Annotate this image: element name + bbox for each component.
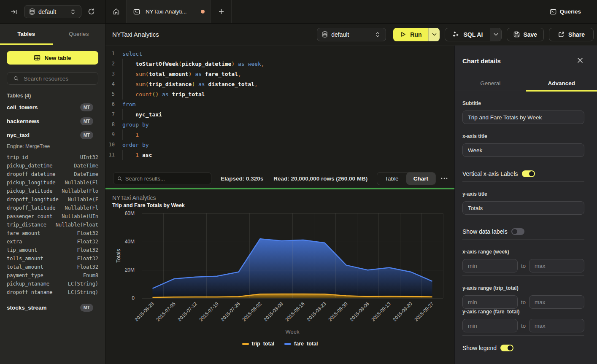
chart-legend: trip_totalfare_total bbox=[105, 341, 454, 347]
editor-line: 8group by bbox=[105, 119, 454, 129]
input-subtitle[interactable] bbox=[468, 114, 579, 121]
view-toggle-chart[interactable]: Chart bbox=[406, 173, 435, 185]
table-item-stocks_stream[interactable]: stocks_streamMT bbox=[7, 301, 98, 315]
column-row[interactable]: dropoff_latitudeNullable(Fl bbox=[7, 204, 98, 212]
panel-tab-general[interactable]: General bbox=[455, 76, 526, 91]
topbar-database-select[interactable]: default bbox=[24, 5, 81, 18]
legend-item-trip_total[interactable]: trip_total bbox=[242, 341, 274, 347]
column-row[interactable]: pickup_latitudeNullable(Flo bbox=[7, 187, 98, 195]
editor-code: toStartOfWeek(pickup_datetime) as week, bbox=[122, 61, 265, 67]
tab-label: NYTaxi Analyti... bbox=[146, 8, 187, 15]
input-x-axis-title[interactable] bbox=[468, 147, 579, 154]
engine-badge: MT bbox=[80, 117, 93, 126]
sidebar-tab-queries[interactable]: Queries bbox=[53, 24, 105, 44]
run-button[interactable]: Run bbox=[393, 28, 428, 41]
column-row[interactable]: dropoff_longitudeNullable(F bbox=[7, 195, 98, 204]
x-tick-label: 2015-07-19 bbox=[198, 301, 219, 322]
editor-code: count() as trip_total bbox=[122, 91, 205, 97]
toggle-show-data-labels[interactable] bbox=[511, 228, 524, 235]
toggle-vertical-x-axis-labels[interactable] bbox=[522, 170, 535, 177]
table-item-cell_towers[interactable]: cell_towersMT bbox=[7, 100, 98, 114]
column-type: Float32 bbox=[73, 239, 98, 245]
column-row[interactable]: fare_amountFloat32 bbox=[7, 229, 98, 237]
x-tick-label: 2015-08-09 bbox=[263, 301, 284, 322]
sql-token-id: distance_total bbox=[208, 81, 255, 87]
input-y-axis-range-trip-total-max[interactable] bbox=[535, 299, 579, 305]
legend-item-fare_total[interactable]: fare_total bbox=[284, 341, 318, 347]
column-type: LC(String) bbox=[65, 281, 98, 287]
editor-code: 1 asc bbox=[122, 152, 152, 158]
line-number: 5 bbox=[105, 91, 115, 97]
input-y-axis-range-fare-total-min[interactable] bbox=[468, 323, 512, 329]
more-options-button[interactable] bbox=[441, 178, 448, 179]
column-row[interactable]: total_amountFloat32 bbox=[7, 263, 98, 271]
sql-token-pl bbox=[205, 81, 208, 87]
refresh-button[interactable] bbox=[88, 8, 95, 15]
sidebar-search-input[interactable] bbox=[24, 75, 94, 82]
column-row[interactable]: pickup_longitudeNullable(Fl bbox=[7, 178, 98, 187]
column-row[interactable]: tolls_amountFloat32 bbox=[7, 254, 98, 263]
view-toggle-table[interactable]: Table bbox=[377, 173, 406, 185]
x-tick-label: 2015-07-26 bbox=[220, 301, 241, 322]
field-y-axis-range-fare-total-max bbox=[529, 319, 584, 332]
results-search[interactable] bbox=[113, 173, 211, 184]
column-row[interactable]: dropoff_ntanameLC(String) bbox=[7, 288, 98, 297]
panel-tab-advanced[interactable]: Advanced bbox=[526, 76, 597, 91]
new-table-button[interactable]: New table bbox=[7, 51, 98, 65]
column-type: Float32 bbox=[73, 230, 98, 236]
editor-line: 9 1 bbox=[105, 129, 454, 140]
save-label: Save bbox=[523, 31, 537, 38]
tables-section-label: Tables (4) bbox=[7, 93, 98, 99]
table-item-nyc_taxi[interactable]: nyc_taxiMT bbox=[7, 128, 98, 142]
chart-plot[interactable]: 020M40M60MTotals2015-06-282015-07-052015… bbox=[105, 189, 454, 364]
range-to-label: to bbox=[518, 299, 529, 305]
save-button-content: Save bbox=[507, 31, 543, 38]
x-axis-title: Week bbox=[286, 329, 300, 335]
column-row[interactable]: dropoff_datetimeDateTime bbox=[7, 170, 98, 178]
column-row[interactable]: pickup_datetimeDateTime bbox=[7, 162, 98, 170]
collapse-sidebar-button[interactable] bbox=[11, 8, 17, 15]
sql-ai-button[interactable]: SQL AI bbox=[445, 28, 490, 41]
column-type: Nullable(Flo bbox=[58, 188, 98, 194]
run-options-button[interactable] bbox=[428, 28, 440, 41]
toggle-show-legend[interactable] bbox=[500, 345, 513, 351]
sidebar-search[interactable] bbox=[7, 72, 98, 85]
query-toolbar: NYTaxi Analytics default bbox=[105, 24, 597, 46]
column-name: dropoff_latitude bbox=[7, 205, 56, 211]
column-type: Float32 bbox=[73, 256, 98, 262]
range-to-label: to bbox=[518, 323, 529, 329]
column-row[interactable]: pickup_ntanameLC(String) bbox=[7, 280, 98, 288]
sidebar-tab-tables[interactable]: Tables bbox=[0, 24, 53, 44]
column-type: Enum8 bbox=[80, 272, 98, 278]
column-row[interactable]: extraFloat32 bbox=[7, 237, 98, 246]
close-panel-button[interactable] bbox=[577, 57, 583, 65]
input-x-axis-range-week-min[interactable] bbox=[468, 263, 512, 269]
sql-token-kw: as bbox=[162, 91, 169, 97]
share-button[interactable]: Share bbox=[549, 28, 594, 41]
results-search-input[interactable] bbox=[125, 175, 207, 182]
query-database-select[interactable]: default bbox=[317, 28, 386, 41]
input-x-axis-range-week-max[interactable] bbox=[535, 263, 579, 269]
field-label-y-axis-range-fare-total: y-axis range (fare_total) bbox=[462, 309, 584, 315]
column-type: DateTime bbox=[70, 171, 98, 177]
columns-list: trip_idUInt32pickup_datetimeDateTimedrop… bbox=[7, 153, 98, 297]
range-row-x-axis-range-week: to bbox=[462, 259, 584, 272]
sql-ai-options-button[interactable] bbox=[490, 28, 501, 41]
queries-button[interactable]: Queries bbox=[550, 8, 581, 15]
y-tick-label: 0 bbox=[132, 295, 135, 301]
input-y-axis-range-fare-total-max[interactable] bbox=[535, 323, 579, 329]
table-item-hackernews[interactable]: hackernewsMT bbox=[7, 114, 98, 128]
sql-token-fn: count bbox=[135, 91, 152, 97]
column-row[interactable]: tip_amountFloat32 bbox=[7, 246, 98, 254]
tab-nytaxi-analytics[interactable]: NYTaxi Analyti... bbox=[127, 0, 211, 23]
input-y-axis-range-trip-total-min[interactable] bbox=[468, 299, 512, 305]
new-tab-button[interactable] bbox=[211, 0, 232, 23]
column-row[interactable]: passenger_countNullable(UIn bbox=[7, 212, 98, 221]
column-row[interactable]: trip_idUInt32 bbox=[7, 153, 98, 162]
sql-editor[interactable]: 1select2 toStartOfWeek(pickup_datetime) … bbox=[105, 46, 454, 169]
tab-home[interactable] bbox=[106, 0, 127, 23]
save-button[interactable]: Save bbox=[507, 28, 544, 41]
column-row[interactable]: trip_distanceNullable(Float bbox=[7, 221, 98, 229]
input-y-axis-title[interactable] bbox=[468, 205, 579, 211]
column-row[interactable]: payment_typeEnum8 bbox=[7, 271, 98, 280]
